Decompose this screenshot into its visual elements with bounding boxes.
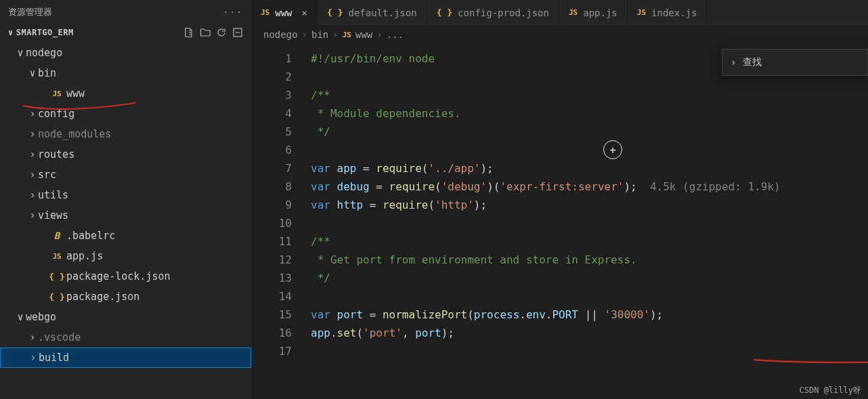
line-number: 16 xyxy=(251,324,292,342)
code-lines[interactable]: #!/usr/bin/env node /** * Module depende… xyxy=(304,44,868,399)
chevron-icon: › xyxy=(27,189,38,201)
tree-item[interactable]: ∨webgo xyxy=(0,307,251,327)
tree-item[interactable]: ›src xyxy=(0,165,251,185)
project-row[interactable]: ∨SMARTGO_ERM xyxy=(0,24,251,41)
tree-label: www xyxy=(66,87,85,100)
tree-label: views xyxy=(38,209,68,222)
editor-tab[interactable]: { }default.json xyxy=(318,0,427,25)
tree-item[interactable]: B.babelrc xyxy=(0,226,251,246)
line-number: 2 xyxy=(251,68,292,86)
line-number: 12 xyxy=(251,251,292,269)
tree-label: utils xyxy=(38,189,68,201)
tree-label: src xyxy=(38,169,56,181)
line-number: 11 xyxy=(251,232,292,251)
code-line[interactable]: var http = require('http'); xyxy=(311,196,868,214)
close-icon[interactable]: × xyxy=(302,7,307,18)
tree-label: nodego xyxy=(26,47,62,59)
explorer-header: 资源管理器 ··· xyxy=(0,0,251,24)
code-line[interactable]: */ xyxy=(311,123,868,141)
code-line[interactable]: var app = require('../app'); xyxy=(311,159,868,177)
tab-label: www xyxy=(275,7,292,18)
chevron-icon: › xyxy=(28,352,39,364)
json-icon: { } xyxy=(50,272,64,282)
breadcrumbs[interactable]: nodego›bin›JSwww›... xyxy=(251,25,868,44)
tree-label: .babelrc xyxy=(66,230,115,242)
tree-item[interactable]: { }package-lock.json xyxy=(0,266,251,287)
file-tree[interactable]: ∨nodego∨binJSwww›config›node_modules›rou… xyxy=(0,41,251,399)
tree-item[interactable]: ›views xyxy=(0,205,251,226)
chevron-icon: › xyxy=(27,108,38,120)
code-line[interactable]: */ xyxy=(311,269,868,287)
tree-item[interactable]: ›config xyxy=(0,104,251,124)
code-line[interactable]: * Get port from environment and store in… xyxy=(311,251,868,269)
js-icon: JS xyxy=(343,30,351,39)
tree-label: config xyxy=(38,108,74,120)
new-file-icon[interactable] xyxy=(183,27,194,38)
code-line[interactable] xyxy=(311,141,868,159)
json-icon: { } xyxy=(437,7,452,18)
babel-icon: B xyxy=(50,230,64,241)
breadcrumb-sep: › xyxy=(302,29,307,40)
editor-tab[interactable]: JSindex.js xyxy=(628,0,708,25)
plus-circle-annotation: + xyxy=(603,140,622,159)
tab-label: config-prod.json xyxy=(458,7,549,18)
editor-tab[interactable]: JSapp.js xyxy=(559,0,628,25)
tree-item[interactable]: ›.vscode xyxy=(0,327,251,348)
app-root: 资源管理器 ··· ∨SMARTGO_ERM ∨nodego∨binJSwww›… xyxy=(0,0,868,399)
chevron-icon: ∨ xyxy=(15,47,26,59)
tree-item[interactable]: JSapp.js xyxy=(0,246,251,266)
chevron-icon: › xyxy=(27,209,38,222)
chevron-icon: › xyxy=(27,331,38,343)
explorer-sidebar: 资源管理器 ··· ∨SMARTGO_ERM ∨nodego∨binJSwww›… xyxy=(0,0,251,399)
breadcrumb-sep: › xyxy=(376,29,382,40)
tree-item[interactable]: ∨bin xyxy=(0,63,251,83)
refresh-icon[interactable] xyxy=(216,27,227,38)
tree-item[interactable]: ∨nodego xyxy=(0,43,251,63)
project-name: ∨SMARTGO_ERM xyxy=(8,28,74,37)
line-number: 5 xyxy=(251,123,292,141)
breadcrumb-item[interactable]: ... xyxy=(387,29,404,40)
explorer-title: 资源管理器 xyxy=(8,6,52,18)
tree-label: node_modules xyxy=(38,128,111,140)
line-number: 4 xyxy=(251,104,292,123)
tree-item[interactable]: { }package.json xyxy=(0,287,251,307)
code-line[interactable]: var debug = require('debug')('expr-first… xyxy=(311,177,868,196)
code-line[interactable]: /** xyxy=(311,86,868,104)
tree-item[interactable]: ›node_modules xyxy=(0,124,251,144)
breadcrumb-item[interactable]: nodego xyxy=(263,29,298,40)
tree-item[interactable]: ›utils xyxy=(0,185,251,205)
watermark: CSDN @lilly呀 xyxy=(800,385,861,396)
tree-item[interactable]: ›routes xyxy=(0,144,251,165)
explorer-more-icon[interactable]: ··· xyxy=(223,7,243,17)
code-line[interactable]: /** xyxy=(311,232,868,251)
code-editor[interactable]: 1234567891011121314151617 #!/usr/bin/env… xyxy=(251,44,868,399)
tree-label: package.json xyxy=(66,291,139,303)
code-line[interactable]: * Module dependencies. xyxy=(311,104,868,123)
code-line[interactable] xyxy=(311,287,868,306)
breadcrumb-item[interactable]: bin xyxy=(311,29,328,40)
breadcrumb-item[interactable]: www xyxy=(355,29,372,40)
code-line[interactable]: app.set('port', port); xyxy=(311,324,868,342)
code-line[interactable] xyxy=(311,68,868,86)
code-line[interactable]: #!/usr/bin/env node xyxy=(311,49,868,68)
collapse-icon[interactable] xyxy=(232,27,243,38)
tree-item[interactable]: ›build xyxy=(0,348,251,368)
tab-bar: JSwww×{ }default.json{ }config-prod.json… xyxy=(251,0,868,25)
new-folder-icon[interactable] xyxy=(200,27,211,38)
chevron-icon: ∨ xyxy=(27,67,38,79)
code-line[interactable]: var port = normalizePort(process.env.POR… xyxy=(311,306,868,324)
code-line[interactable] xyxy=(311,342,868,360)
chevron-icon: › xyxy=(27,169,38,181)
line-number: 6 xyxy=(251,141,292,159)
chevron-icon: › xyxy=(27,128,38,140)
tree-item[interactable]: JSwww xyxy=(0,83,251,104)
line-gutter: 1234567891011121314151617 xyxy=(251,44,304,399)
line-number: 8 xyxy=(251,177,292,196)
tree-label: webgo xyxy=(26,311,56,323)
json-icon: { } xyxy=(327,7,343,18)
editor-tab[interactable]: { }config-prod.json xyxy=(427,0,559,25)
code-line[interactable] xyxy=(311,214,868,232)
editor-area: JSwww×{ }default.json{ }config-prod.json… xyxy=(251,0,868,399)
editor-tab[interactable]: JSwww× xyxy=(251,0,318,25)
js-icon: JS xyxy=(569,8,578,17)
